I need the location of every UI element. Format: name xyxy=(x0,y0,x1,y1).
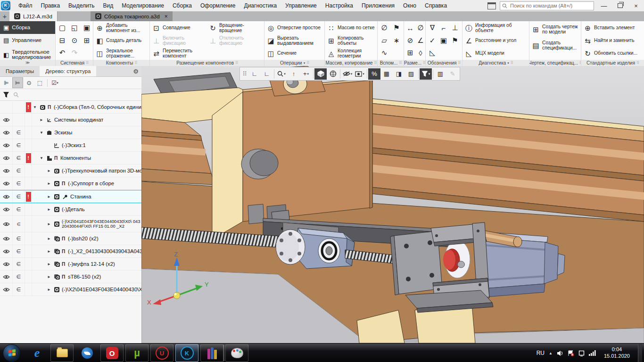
tree-row-chuck[interactable]: ∈ ► (-)Трехкулочковый патрон 3D-мо xyxy=(0,165,141,177)
filter-funnel-icon[interactable] xyxy=(3,91,9,98)
distance-angle-button[interactable]: ∠Расстояние и угол xyxy=(463,34,528,47)
start-button[interactable] xyxy=(3,344,21,362)
device-icon[interactable] xyxy=(578,350,585,356)
eye-icon[interactable] xyxy=(3,262,10,266)
dropdown-icon[interactable]: ▾ xyxy=(507,61,509,65)
in-calculation-icon[interactable]: ∈ xyxy=(13,232,25,245)
tree-relations-button[interactable]: ⊙ xyxy=(24,78,34,88)
open-document-button[interactable]: ◱ xyxy=(69,22,80,34)
language-indicator[interactable]: RU xyxy=(537,350,545,356)
find-replace-button[interactable]: ⇆Найти и заменить xyxy=(582,34,644,47)
tree-row-detail[interactable]: ∈ ► (-)Деталь xyxy=(0,203,141,216)
copy-objects-button[interactable]: ⊞Копировать объекты xyxy=(326,34,377,47)
eyedropper-button[interactable]: ✎ xyxy=(446,68,459,80)
orientation-button[interactable]: ↑ xyxy=(288,68,300,80)
eye-icon[interactable] xyxy=(3,156,10,160)
create-part-button[interactable]: ◧Создать деталь xyxy=(94,34,149,47)
drag-handle-icon[interactable]: ⠿ xyxy=(235,61,238,65)
aux-axis-button[interactable]: ∅ xyxy=(379,22,390,34)
tree-row-x2-clipped[interactable]: ∈ ► (-)\X2\041E043F043E04400430\X0\ xyxy=(0,283,141,296)
redo-button[interactable]: ↷ xyxy=(69,47,80,59)
eye-icon[interactable] xyxy=(3,237,10,241)
insert-element-button[interactable]: ⊕Вставить элемент xyxy=(582,22,644,34)
taskbar-internet-explorer[interactable]: e xyxy=(25,344,49,362)
in-calculation-icon[interactable]: ∈ xyxy=(13,139,25,151)
drag-handle-icon[interactable]: ⠿ xyxy=(86,61,89,65)
menu-help[interactable]: Справка xyxy=(421,0,451,11)
in-calculation-icon[interactable]: ∈ xyxy=(13,203,25,215)
expander-icon[interactable]: ► xyxy=(39,118,44,122)
in-calculation-icon[interactable]: ∈ xyxy=(13,177,25,189)
eye-icon[interactable] xyxy=(3,195,10,199)
dim-diameter-button[interactable]: ∅ xyxy=(415,22,426,34)
coincide-button[interactable]: ⊡Совпадение xyxy=(151,22,207,34)
new-document-button[interactable]: ▢ xyxy=(57,22,68,34)
tree-row-bed-selected[interactable]: ∈ ! ► Станина xyxy=(0,190,141,203)
in-calculation-icon[interactable]: ∈ xyxy=(13,271,25,283)
display-shaded-button[interactable] xyxy=(314,68,327,80)
lighting-button[interactable]: ▨ xyxy=(405,68,417,80)
restore-button[interactable] xyxy=(614,1,626,10)
tree-mode-structure-button[interactable]: ⊨ xyxy=(12,77,23,88)
in-calculation-icon[interactable]: ∈ xyxy=(13,245,25,257)
aux-point-button[interactable]: ∗ xyxy=(391,34,402,47)
taskbar-kompas-3d[interactable]: K xyxy=(175,344,198,362)
expander-icon[interactable]: ► xyxy=(46,237,52,241)
expander-icon[interactable]: ► xyxy=(46,222,52,226)
rotation-rotation-button[interactable]: ↻Вращение-вращение xyxy=(207,22,263,34)
taskbar-file-explorer[interactable] xyxy=(50,344,74,362)
save-as-button[interactable]: ⊞ xyxy=(81,34,92,47)
expander-icon[interactable]: ► xyxy=(46,207,52,212)
leader-button[interactable]: ⌐ xyxy=(438,22,449,34)
sketch-cs-button[interactable]: ∟ xyxy=(248,68,261,80)
expander-icon[interactable]: ► xyxy=(46,169,52,173)
tree-composition-button[interactable]: ☑▾ xyxy=(50,78,60,88)
enable-fixation-button[interactable]: ⊥Включить фиксацию xyxy=(151,34,207,47)
expander-icon[interactable]: ► xyxy=(46,275,52,279)
dropdown-icon[interactable]: ▾ xyxy=(304,61,305,65)
menu-window[interactable]: Окно xyxy=(399,0,421,11)
tolerance-frame-button[interactable]: ◺ xyxy=(427,47,438,59)
panel-layout-icon[interactable] xyxy=(487,2,496,9)
dim-leaf-button[interactable]: ◊ xyxy=(415,47,426,59)
eye-icon[interactable] xyxy=(3,118,10,122)
update-links-button[interactable]: ↻Обновить ссылки... xyxy=(582,47,644,60)
dim-table-button[interactable]: ⊞ xyxy=(405,47,415,59)
move-component-button[interactable]: ⇄Переместить компонент xyxy=(151,47,207,60)
tree-mode-list-button[interactable]: ⊫ xyxy=(1,78,11,88)
taskbar-opera[interactable]: O xyxy=(100,344,124,362)
volume-icon[interactable] xyxy=(557,350,563,356)
create-spec-button[interactable]: ▤Создать спецификаци... xyxy=(530,38,580,54)
eye-icon[interactable] xyxy=(3,207,10,212)
taskbar-red-u-app[interactable]: U xyxy=(150,344,173,362)
menu-modeling[interactable]: Моделирование xyxy=(117,0,168,11)
disable-fixation-button[interactable]: ⊥Отключить фиксацию xyxy=(207,34,263,47)
tree-row-support[interactable]: ∈ ► Π (-)Суппорт в сборе xyxy=(0,177,141,190)
menu-assembly[interactable]: Сборка xyxy=(168,0,196,11)
tree-row-components[interactable]: ∈ ! ▼ Π Компоненты xyxy=(0,152,141,165)
expander-icon[interactable]: ► xyxy=(46,262,52,266)
in-calculation-icon[interactable]: ∈ xyxy=(13,258,25,270)
eye-icon[interactable] xyxy=(3,288,10,292)
coordinate-triad-button[interactable]: +▾ xyxy=(300,68,312,80)
aux-spiral-button[interactable]: ∿ xyxy=(379,47,390,59)
tree-row-assembly-root[interactable]: ! ▼ Π (-)Сборка (Тел-0, Сборочных едини xyxy=(0,101,141,114)
menu-diagnostics[interactable]: Диагностика xyxy=(240,0,281,11)
expander-icon[interactable]: ▼ xyxy=(39,131,44,135)
expander-icon[interactable]: ▼ xyxy=(32,105,38,109)
taskbar-thunderbird[interactable] xyxy=(75,344,99,362)
tab-parameters[interactable]: Параметры xyxy=(0,66,40,76)
drag-handle-icon[interactable]: ⠿ xyxy=(306,61,309,65)
in-calculation-icon[interactable]: ∈ xyxy=(13,190,25,203)
new-tab-button[interactable]: + xyxy=(0,11,9,21)
panel-tab-management[interactable]: ▤Управление xyxy=(0,34,55,47)
eye-icon[interactable] xyxy=(3,181,10,186)
save-document-button[interactable]: ▣ xyxy=(81,22,92,34)
tree-row-x2-long-name[interactable]: ∈ ► (-)\X2\041E043F043E04400430\X0\ 0432… xyxy=(0,216,141,232)
tab-lj12[interactable]: LJ12-A.m3d xyxy=(9,11,58,21)
menu-view[interactable]: Вид xyxy=(99,0,117,11)
mirror-button[interactable]: ◫Зеркальное отражение... xyxy=(94,47,149,60)
print-button[interactable]: ⊟ xyxy=(57,34,68,47)
tree-row-sketches[interactable]: ∈ ▼ Эскизы xyxy=(0,126,141,139)
menu-management[interactable]: Управление xyxy=(281,0,321,11)
